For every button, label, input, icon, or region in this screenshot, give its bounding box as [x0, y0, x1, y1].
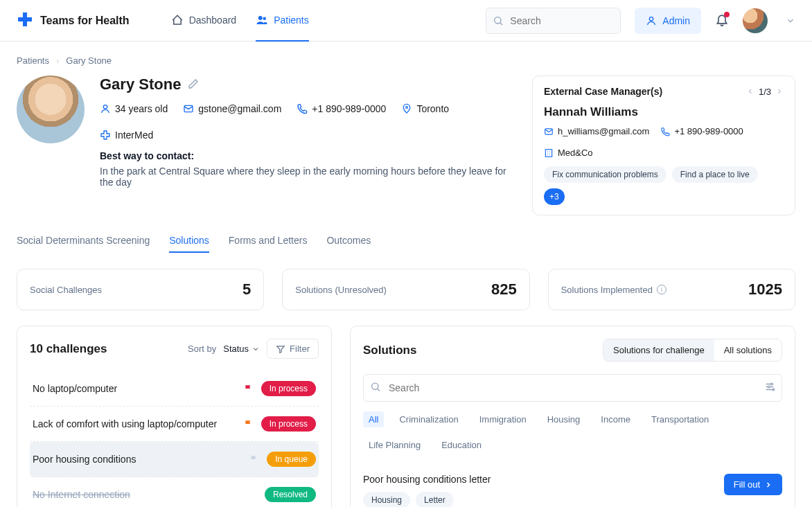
flag-icon: [243, 419, 254, 429]
sort-select[interactable]: Status: [223, 344, 260, 354]
chevron-down-icon[interactable]: [786, 16, 795, 26]
flag-icon: [249, 454, 260, 464]
challenge-row[interactable]: No Internet connectionResolved: [30, 477, 319, 507]
search-icon: [370, 382, 381, 395]
breadcrumb-root[interactable]: Patients: [17, 55, 49, 66]
med-icon: [100, 130, 111, 141]
user-icon: [646, 15, 657, 26]
brand-text: Teams for Health: [40, 15, 130, 27]
manager-tag[interactable]: Fix communication problems: [544, 166, 667, 183]
svg-point-11: [768, 386, 770, 388]
toggle-all[interactable]: All solutions: [714, 339, 782, 361]
challenge-text: Poor housing conditions: [33, 454, 242, 465]
challenge-text: No laptop/computer: [33, 383, 236, 394]
svg-rect-8: [545, 149, 551, 157]
manager-email[interactable]: h_williams@gmail.com: [544, 126, 649, 136]
svg-point-3: [650, 17, 653, 20]
patient-header: Gary Stone 34 years old gstone@gmail.com…: [17, 75, 509, 188]
user-icon: [100, 103, 111, 114]
pin-icon: [401, 103, 412, 114]
patient-city: Toronto: [401, 103, 449, 114]
search-input[interactable]: [486, 8, 621, 34]
notification-dot: [724, 12, 730, 17]
chevron-right-icon[interactable]: [775, 87, 784, 96]
category-filter[interactable]: Criminalization: [394, 411, 464, 427]
nav-tabs: Dashboard Patients: [171, 0, 309, 42]
challenge-text: Lack of comfort with using laptop/comput…: [33, 418, 236, 429]
svg-point-1: [263, 17, 267, 20]
svg-point-4: [103, 105, 107, 109]
challenge-row[interactable]: No laptop/computerIn process: [30, 371, 319, 407]
patient-phone[interactable]: +1 890-989-0000: [297, 103, 386, 114]
subtab-outcomes[interactable]: Outcomes: [326, 235, 371, 253]
mail-icon: [544, 127, 554, 136]
case-manager-title: External Case Manager(s): [544, 86, 662, 97]
solutions-search-input[interactable]: [363, 374, 782, 402]
case-manager-card: External Case Manager(s) 1/3 Hannah Will…: [532, 75, 795, 215]
tab-dashboard[interactable]: Dashboard: [171, 0, 237, 42]
toggle-challenge[interactable]: Solutions for challenge: [603, 339, 714, 361]
avatar[interactable]: [743, 8, 768, 33]
svg-point-6: [406, 107, 408, 109]
flag-icon: [243, 384, 254, 393]
patient-org: InterMed: [100, 130, 153, 141]
filter-button[interactable]: Filter: [267, 339, 319, 359]
sliders-icon[interactable]: [764, 382, 775, 395]
category-filter[interactable]: Transportation: [646, 411, 714, 427]
solutions-view-toggle: Solutions for challenge All solutions: [603, 339, 782, 362]
global-search: [486, 8, 621, 34]
fill-out-button[interactable]: Fill out: [724, 474, 782, 495]
info-icon[interactable]: i: [657, 285, 667, 294]
category-filter[interactable]: Housing: [542, 411, 586, 427]
logo-icon: [17, 11, 33, 30]
chevron-right-icon: ›: [56, 55, 59, 66]
solution-item: Poor housing conditions letterHousingLet…: [363, 464, 782, 507]
manager-tag[interactable]: Find a place to live: [672, 166, 758, 183]
category-filter[interactable]: All: [363, 411, 384, 427]
category-filter[interactable]: Immigration: [474, 411, 532, 427]
challenges-title: 10 challenges: [30, 342, 107, 356]
subtab-sds[interactable]: Social Determinants Screening: [17, 235, 150, 253]
solutions-title: Solutions: [363, 344, 416, 357]
patient-name: Gary Stone: [100, 75, 181, 94]
manager-name: Hannah Williams: [544, 105, 784, 119]
solutions-pane: Solutions Solutions for challenge All so…: [350, 326, 795, 507]
contact-label: Best way to contact:: [100, 150, 509, 161]
status-badge: In process: [261, 381, 316, 396]
pager-text: 1/3: [759, 87, 771, 97]
breadcrumb-current: Gary Stone: [66, 55, 112, 66]
notifications-button[interactable]: [715, 12, 729, 28]
svg-point-2: [495, 17, 501, 23]
mail-icon: [183, 103, 194, 114]
chevron-left-icon[interactable]: [746, 87, 754, 96]
solution-tag[interactable]: Letter: [416, 492, 454, 507]
category-filter[interactable]: Income: [595, 411, 636, 427]
search-icon: [493, 15, 504, 26]
category-filter[interactable]: Education: [436, 437, 487, 453]
svg-point-10: [770, 383, 773, 385]
manager-phone[interactable]: +1 890-989-0000: [660, 126, 743, 136]
manager-org: Med&Co: [544, 148, 593, 158]
stat-solutions-unresolved: Solutions (Unresolved) 825: [282, 269, 529, 310]
patient-email[interactable]: gstone@gmail.com: [183, 103, 281, 114]
status-badge: In queue: [267, 452, 316, 467]
stat-solutions-implemented: Solutions Implementedi 1025: [548, 269, 795, 310]
manager-more-tags[interactable]: +3: [544, 188, 565, 205]
category-filter[interactable]: Life Planning: [363, 437, 426, 453]
filter-icon: [276, 344, 285, 354]
contact-text: In the park at Central Square where they…: [100, 166, 509, 188]
breadcrumb: Patients › Gary Stone: [17, 55, 795, 66]
brand: Teams for Health: [17, 11, 130, 30]
subtab-forms[interactable]: Forms and Letters: [229, 235, 308, 253]
tab-patients[interactable]: Patients: [256, 0, 309, 42]
solution-tag[interactable]: Housing: [363, 492, 410, 507]
challenge-row[interactable]: Poor housing conditionsIn queue: [30, 442, 319, 477]
challenges-pane: 10 challenges Sort by Status Filter No l…: [17, 326, 332, 507]
subtab-solutions[interactable]: Solutions: [169, 235, 209, 253]
admin-button[interactable]: Admin: [635, 8, 701, 34]
status-badge: In process: [261, 416, 316, 432]
challenge-row[interactable]: Lack of comfort with using laptop/comput…: [30, 407, 319, 442]
challenge-text: No Internet connection: [33, 489, 258, 500]
edit-icon[interactable]: [188, 78, 199, 91]
stat-social-challenges: Social Challenges 5: [17, 269, 264, 310]
